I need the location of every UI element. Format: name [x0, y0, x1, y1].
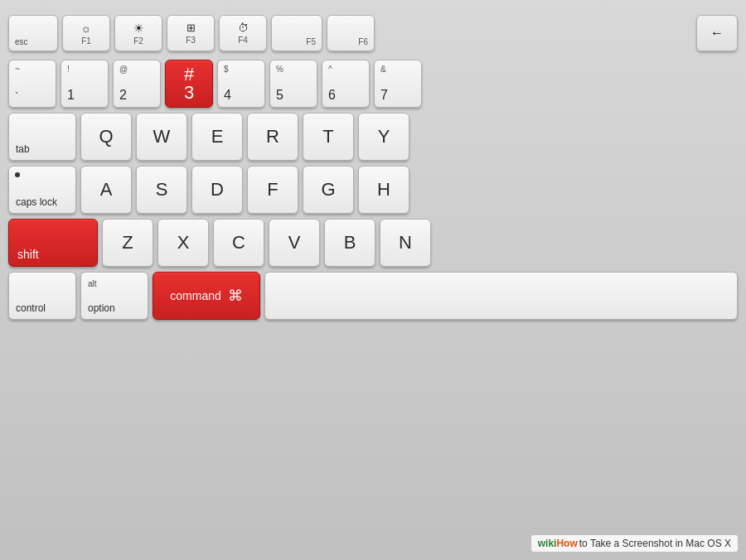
key-y[interactable]: Y: [358, 113, 409, 161]
wiki-label: wikiHow: [538, 538, 578, 549]
key-w-label: W: [143, 128, 181, 146]
key-backspace-partial[interactable]: ←: [696, 15, 738, 51]
key-1[interactable]: ! 1: [61, 60, 109, 108]
key-q[interactable]: Q: [80, 113, 132, 161]
key-6-bottom: 6: [328, 88, 336, 103]
badge-text: to Take a Screenshot in Mac OS X: [579, 538, 731, 549]
key-2[interactable]: @ 2: [113, 60, 161, 108]
key-f5-label: F5: [306, 37, 316, 46]
key-esc-label: esc: [15, 37, 28, 46]
key-f2-label: F2: [133, 36, 143, 46]
key-d[interactable]: D: [191, 166, 243, 214]
key-g[interactable]: G: [303, 166, 354, 214]
key-h[interactable]: H: [358, 166, 409, 214]
zxcv-row: shift Z X C V B N: [8, 219, 738, 267]
key-r[interactable]: R: [247, 113, 298, 161]
key-control[interactable]: control: [8, 272, 76, 320]
key-space[interactable]: [264, 272, 738, 320]
key-caps-lock[interactable]: caps lock: [8, 166, 76, 214]
key-5[interactable]: % 5: [269, 60, 317, 108]
key-7[interactable]: & 7: [374, 60, 422, 108]
key-n[interactable]: N: [380, 219, 431, 267]
key-option[interactable]: alt option: [80, 272, 148, 320]
key-f1-icon: ☼: [81, 22, 92, 35]
key-f4-icon: ⏱: [238, 22, 249, 34]
key-b-label: B: [331, 234, 369, 252]
wikihow-badge: wikiHow to Take a Screenshot in Mac OS X: [531, 535, 738, 552]
key-t[interactable]: T: [303, 113, 354, 161]
key-f[interactable]: F: [247, 166, 298, 214]
caps-lock-dot: [15, 172, 20, 177]
key-f3[interactable]: ⊞ F3: [167, 15, 215, 51]
backspace-icon: ←: [710, 26, 724, 41]
key-f6-label: F6: [358, 37, 368, 46]
key-v-label: V: [275, 234, 313, 252]
key-f2-icon: ☀: [133, 22, 144, 35]
key-shift-left[interactable]: shift: [8, 219, 98, 267]
key-command-label: command: [170, 289, 220, 302]
keyboard-rows: esc ☼ F1 ☀ F2 ⊞ F3 ⏱ F4 F5 F6: [8, 15, 738, 320]
key-command[interactable]: command ⌘: [153, 272, 260, 320]
key-option-label: option: [88, 302, 115, 314]
key-y-label: Y: [365, 128, 403, 146]
qwerty-row: tab Q W E R T Y: [8, 113, 738, 161]
key-6[interactable]: ^ 6: [322, 60, 370, 108]
key-b[interactable]: B: [324, 219, 375, 267]
key-x[interactable]: X: [157, 219, 209, 267]
key-caps-label: caps lock: [16, 196, 57, 208]
key-4-top: $: [224, 65, 229, 74]
key-f3-label: F3: [186, 36, 196, 45]
key-x-label: X: [164, 234, 202, 252]
key-s[interactable]: S: [136, 166, 187, 214]
key-tilde-top: ~: [15, 65, 20, 74]
function-row: esc ☼ F1 ☀ F2 ⊞ F3 ⏱ F4 F5 F6: [8, 15, 738, 51]
key-a-label: A: [87, 181, 125, 199]
key-d-label: D: [198, 181, 236, 199]
key-command-icon: ⌘: [228, 287, 243, 305]
key-f6[interactable]: F6: [327, 15, 375, 51]
key-2-bottom: 2: [119, 88, 127, 103]
key-7-top: &: [380, 65, 386, 74]
key-f1[interactable]: ☼ F1: [62, 15, 110, 51]
key-1-bottom: 1: [67, 88, 75, 103]
asdf-row: caps lock A S D F G H: [8, 166, 738, 214]
key-5-bottom: 5: [276, 88, 283, 103]
key-e[interactable]: E: [191, 113, 243, 161]
key-4-bottom: 4: [224, 88, 231, 103]
key-c[interactable]: C: [213, 219, 264, 267]
key-3[interactable]: #3: [165, 60, 213, 108]
key-z-label: Z: [109, 234, 147, 252]
key-option-alt-label: alt: [88, 279, 97, 288]
key-f1-label: F1: [81, 36, 91, 46]
key-7-bottom: 7: [380, 88, 388, 103]
key-1-top: !: [67, 65, 70, 74]
key-3-label: #3: [184, 65, 194, 102]
key-f4[interactable]: ⏱ F4: [219, 15, 267, 51]
key-shift-left-label: shift: [17, 248, 39, 261]
key-f-label: F: [254, 181, 292, 199]
bottom-row: control alt option command ⌘: [8, 272, 738, 320]
key-g-label: G: [309, 181, 347, 199]
key-w[interactable]: W: [136, 113, 187, 161]
key-tab-label: tab: [16, 143, 30, 155]
key-v[interactable]: V: [269, 219, 320, 267]
key-c-label: C: [220, 234, 258, 252]
key-e-label: E: [198, 128, 236, 146]
keyboard-container: esc ☼ F1 ☀ F2 ⊞ F3 ⏱ F4 F5 F6: [0, 0, 746, 560]
key-z[interactable]: Z: [102, 219, 153, 267]
key-tilde[interactable]: ~ `: [8, 60, 56, 108]
key-h-label: H: [365, 181, 403, 199]
key-esc[interactable]: esc: [8, 15, 58, 51]
key-s-label: S: [143, 181, 181, 199]
key-4[interactable]: $ 4: [217, 60, 265, 108]
key-5-top: %: [276, 65, 283, 74]
key-f5[interactable]: F5: [271, 15, 322, 51]
key-r-label: R: [254, 128, 292, 146]
key-control-label: control: [16, 302, 46, 314]
key-f2[interactable]: ☀ F2: [114, 15, 162, 51]
key-f4-label: F4: [238, 36, 248, 45]
key-tab[interactable]: tab: [8, 113, 76, 161]
key-a[interactable]: A: [80, 166, 132, 214]
key-n-label: N: [386, 234, 424, 252]
key-2-top: @: [119, 65, 128, 74]
